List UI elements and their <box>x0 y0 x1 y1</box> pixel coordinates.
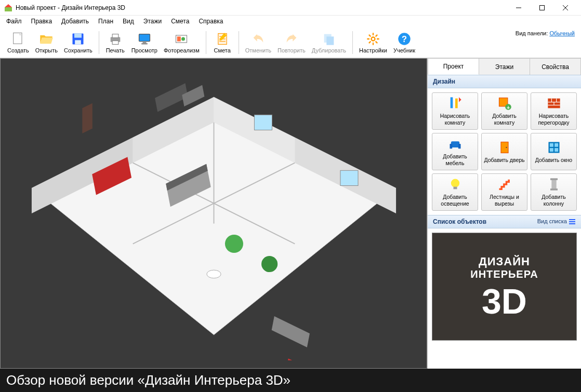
menu-view[interactable]: Вид <box>118 17 138 26</box>
notepad-icon <box>215 32 230 46</box>
add-lighting-button[interactable]: Добавить освещение <box>432 173 478 211</box>
panel-mode-link[interactable]: Обычный <box>549 30 575 36</box>
printer-icon <box>108 32 123 46</box>
menu-add[interactable]: Добавить <box>57 17 93 26</box>
svg-rect-15 <box>142 42 146 43</box>
svg-point-19 <box>181 37 185 40</box>
floppy-icon <box>71 32 85 46</box>
svg-text:?: ? <box>402 34 407 43</box>
list-icon <box>569 218 576 225</box>
open-button[interactable]: Открыть <box>32 29 61 56</box>
svg-point-45 <box>261 256 278 272</box>
svg-rect-0 <box>5 7 12 11</box>
pencil-ruler-icon <box>448 96 463 111</box>
tab-properties[interactable]: Свойства <box>530 58 581 75</box>
svg-rect-72 <box>550 179 558 181</box>
photoreal-button[interactable]: Фотореализм <box>161 29 203 56</box>
floorplan-render <box>1 59 427 368</box>
add-door-button[interactable]: Добавить дверь <box>481 133 527 170</box>
svg-rect-13 <box>112 40 118 44</box>
svg-point-65 <box>506 147 507 148</box>
list-view-toggle[interactable]: Вид списка <box>537 218 576 225</box>
svg-rect-73 <box>550 189 558 191</box>
stairs-button[interactable]: Лестницы и вырезы <box>481 173 527 211</box>
svg-rect-74 <box>569 219 575 220</box>
object-list: ДИЗАЙН ИНТЕРЬЕРА 3D <box>428 228 581 369</box>
svg-rect-12 <box>112 34 118 37</box>
undo-icon <box>251 32 266 46</box>
undo-button[interactable]: Отменить <box>242 29 274 56</box>
draw-partition-button[interactable]: Нарисовать перегородку <box>531 92 577 130</box>
svg-rect-42 <box>271 316 309 347</box>
svg-point-46 <box>206 270 220 278</box>
duplicate-button[interactable]: Дублировать <box>309 29 349 56</box>
svg-rect-14 <box>139 34 150 41</box>
svg-rect-50 <box>450 98 453 109</box>
menu-file[interactable]: Файл <box>2 17 26 26</box>
svg-point-26 <box>371 37 375 40</box>
maximize-button[interactable] <box>530 0 553 16</box>
svg-rect-62 <box>450 144 452 148</box>
monitor-icon <box>137 32 152 46</box>
window-title: Новый проект - Дизайн Интерьера 3D <box>16 4 507 11</box>
svg-rect-16 <box>141 43 148 44</box>
add-room-button[interactable]: + Добавить комнату <box>481 92 527 130</box>
folder-open-icon <box>39 32 54 46</box>
tab-project[interactable]: Проект <box>428 58 479 75</box>
add-furniture-button[interactable]: Добавить мебель <box>432 133 478 170</box>
print-button[interactable]: Печать <box>102 29 128 56</box>
svg-rect-51 <box>455 99 458 109</box>
svg-rect-71 <box>551 180 556 190</box>
new-file-icon <box>11 32 25 46</box>
separator <box>352 31 353 54</box>
minimize-button[interactable] <box>507 0 530 16</box>
duplicate-icon <box>322 32 336 46</box>
svg-rect-61 <box>451 142 459 148</box>
lightbulb-icon <box>448 177 463 192</box>
menu-help[interactable]: Справка <box>194 17 227 26</box>
window-icon <box>547 140 561 155</box>
draw-room-button[interactable]: Нарисовать комнату <box>432 92 478 130</box>
svg-text:+: + <box>506 104 509 111</box>
menu-estimate[interactable]: Смета <box>167 17 193 26</box>
menu-bar: Файл Правка Добавить План Вид Этажи Смет… <box>0 16 581 27</box>
svg-marker-1 <box>5 4 12 7</box>
door-icon <box>497 140 512 155</box>
svg-rect-76 <box>569 223 575 224</box>
menu-floors[interactable]: Этажи <box>139 17 166 26</box>
save-button[interactable]: Сохранить <box>61 29 96 56</box>
preview-button[interactable]: Просмотр <box>128 29 161 56</box>
svg-rect-25 <box>326 36 334 45</box>
create-button[interactable]: Создать <box>4 29 32 56</box>
add-window-button[interactable]: Добавить окно <box>531 133 577 170</box>
section-objects-header: Список объектов Вид списка <box>428 215 581 228</box>
redo-button[interactable]: Повторить <box>274 29 309 56</box>
svg-rect-75 <box>569 221 575 222</box>
tab-floors[interactable]: Этажи <box>479 58 530 75</box>
menu-edit[interactable]: Правка <box>27 17 57 26</box>
panel-mode: Вид панели: Обычный <box>516 30 575 36</box>
armchair-icon <box>448 137 463 151</box>
redo-icon <box>284 32 299 46</box>
section-design-header: Дизайн <box>428 75 581 88</box>
gear-icon <box>366 32 380 46</box>
svg-point-44 <box>225 235 243 253</box>
svg-rect-10 <box>75 40 82 44</box>
svg-rect-63 <box>458 144 460 148</box>
svg-rect-49 <box>340 170 358 185</box>
stairs-icon <box>497 177 512 192</box>
room-plus-icon: + <box>497 96 512 111</box>
settings-button[interactable]: Настройки <box>356 29 390 56</box>
sidebar-tabs: Проект Этажи Свойства <box>428 58 581 75</box>
estimate-button[interactable]: Смета <box>209 29 235 56</box>
separator <box>206 31 206 54</box>
tutorial-button[interactable]: ? Учебник <box>390 29 418 56</box>
toolbar: Создать Открыть Сохранить Печать Просмот… <box>0 27 581 58</box>
menu-plan[interactable]: План <box>94 17 117 26</box>
add-column-button[interactable]: Добавить колонну <box>531 173 577 211</box>
separator <box>239 31 239 54</box>
viewport-3d[interactable] <box>0 58 427 369</box>
title-bar: Новый проект - Дизайн Интерьера 3D <box>0 0 581 16</box>
close-button[interactable] <box>553 0 577 16</box>
svg-rect-48 <box>254 115 272 130</box>
